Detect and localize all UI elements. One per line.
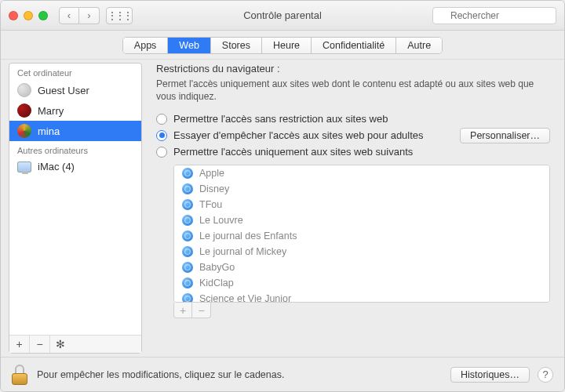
globe-icon	[182, 278, 193, 289]
bottom-bar: Pour empêcher les modifications, cliquez…	[1, 357, 564, 391]
search-input[interactable]	[432, 7, 556, 24]
radio-label: Permettre l'accès sans restriction aux s…	[173, 113, 388, 125]
globe-icon	[182, 230, 193, 241]
site-name: Science et Vie Junior	[199, 293, 291, 303]
history-button[interactable]: Historiques…	[450, 367, 530, 383]
bottom-right: Historiques… ?	[450, 367, 553, 383]
avatar	[17, 83, 31, 97]
sidebar-other-imac[interactable]: iMac (4)	[9, 158, 141, 176]
site-name: Le Louvre	[199, 215, 243, 226]
show-all-button[interactable]: ⋮⋮⋮	[106, 7, 133, 24]
radio-icon	[156, 114, 167, 125]
radio-limit-adult[interactable]: Essayer d'empêcher l'accès aux sites web…	[156, 129, 424, 141]
user-actions-button[interactable]: ✻	[50, 336, 71, 353]
site-name: Apple	[199, 168, 224, 179]
site-row[interactable]: Le Louvre	[174, 212, 549, 228]
sidebar-section-others: Autres ordinateurs	[9, 141, 141, 158]
help-button[interactable]: ?	[538, 367, 553, 383]
site-row[interactable]: KidClap	[174, 275, 549, 291]
window-controls	[9, 11, 48, 20]
site-name: Le journal of Mickey	[199, 246, 286, 257]
globe-icon	[182, 183, 193, 194]
site-row[interactable]: TFou	[174, 197, 549, 212]
content: Restrictions du navigateur : Permet l'ac…	[142, 60, 564, 357]
allowed-sites-footer: + −	[173, 303, 550, 318]
sidebar-item-label: iMac (4)	[38, 161, 75, 172]
section-title: Restrictions du navigateur :	[156, 63, 550, 74]
globe-icon	[182, 262, 193, 273]
customize-button[interactable]: Personnaliser…	[460, 128, 550, 143]
sidebar: Cet ordinateur Guest User Marry mina Aut…	[9, 63, 142, 354]
site-name: Disney	[199, 183, 229, 194]
avatar	[17, 124, 31, 138]
globe-icon	[182, 199, 193, 210]
radio-allowlist-only[interactable]: Permettre l'accès uniquement aux sites w…	[156, 146, 550, 158]
site-name: KidClap	[199, 278, 234, 289]
site-name: Le journal des Enfants	[199, 230, 297, 241]
site-row[interactable]: Apple	[174, 165, 549, 181]
allowed-sites-list[interactable]: Apple Disney TFou Le Louvre Le journal d…	[173, 165, 550, 303]
globe-icon	[182, 246, 193, 257]
back-button[interactable]: ‹	[59, 7, 79, 24]
site-row[interactable]: Science et Vie Junior	[174, 291, 549, 303]
site-name: TFou	[199, 199, 222, 210]
sidebar-footer: + − ✻	[9, 335, 141, 353]
tabbar: Apps Web Stores Heure Confidentialité Au…	[1, 31, 564, 60]
nav-back-forward: ‹ ›	[59, 7, 100, 24]
radio-icon	[156, 130, 167, 141]
web-restriction-radios: Permettre l'accès sans restriction aux s…	[156, 111, 550, 160]
globe-icon	[182, 168, 193, 179]
radio-icon	[156, 147, 167, 158]
sidebar-item-label: Marry	[38, 105, 64, 117]
tab-stores[interactable]: Stores	[211, 38, 262, 53]
close-window-button[interactable]	[9, 11, 18, 20]
remove-site-button[interactable]: −	[192, 303, 211, 318]
site-name: BabyGo	[199, 262, 235, 273]
radio-label: Permettre l'accès uniquement aux sites w…	[173, 146, 413, 158]
tab-confidentialite[interactable]: Confidentialité	[312, 38, 396, 53]
forward-button[interactable]: ›	[79, 7, 100, 24]
minimize-window-button[interactable]	[24, 11, 33, 20]
sidebar-item-label: mina	[38, 125, 60, 137]
sidebar-section-this: Cet ordinateur	[9, 64, 141, 80]
add-site-button[interactable]: +	[173, 303, 192, 318]
site-row[interactable]: BabyGo	[174, 260, 549, 275]
tabs: Apps Web Stores Heure Confidentialité Au…	[122, 37, 443, 54]
sidebar-user-mina[interactable]: mina	[9, 121, 141, 141]
site-row[interactable]: Disney	[174, 181, 549, 197]
sidebar-user-guest[interactable]: Guest User	[9, 80, 141, 100]
tab-heure[interactable]: Heure	[262, 38, 312, 53]
lock-body-icon	[12, 373, 27, 385]
zoom-window-button[interactable]	[38, 11, 48, 20]
section-desc: Permet l'accès uniquement aux sites web …	[156, 78, 550, 103]
radio-label: Essayer d'empêcher l'accès aux sites web…	[173, 129, 424, 141]
add-user-button[interactable]: +	[9, 336, 30, 353]
lock-hint-text: Pour empêcher les modifications, cliquez…	[37, 369, 284, 380]
site-row[interactable]: Le journal of Mickey	[174, 244, 549, 260]
tab-web[interactable]: Web	[168, 38, 210, 53]
remove-user-button[interactable]: −	[30, 336, 50, 353]
main: Cet ordinateur Guest User Marry mina Aut…	[1, 60, 564, 357]
radio-unrestricted[interactable]: Permettre l'accès sans restriction aux s…	[156, 113, 550, 125]
tab-autre[interactable]: Autre	[396, 38, 442, 53]
search-wrap: 🔍	[432, 7, 556, 24]
sidebar-item-label: Guest User	[38, 85, 89, 96]
avatar	[17, 103, 31, 118]
site-row[interactable]: Le journal des Enfants	[174, 228, 549, 244]
tab-apps[interactable]: Apps	[123, 38, 169, 53]
globe-icon	[182, 215, 193, 226]
sidebar-list: Cet ordinateur Guest User Marry mina Aut…	[9, 64, 141, 335]
globe-icon	[182, 293, 193, 303]
lock-shackle-icon	[15, 365, 24, 374]
sidebar-user-marry[interactable]: Marry	[9, 100, 141, 121]
imac-icon	[17, 162, 31, 172]
titlebar: ‹ › ⋮⋮⋮ Contrôle parental 🔍	[1, 1, 564, 31]
lock-button[interactable]	[12, 365, 29, 385]
allowed-sites: Apple Disney TFou Le Louvre Le journal d…	[173, 165, 550, 318]
